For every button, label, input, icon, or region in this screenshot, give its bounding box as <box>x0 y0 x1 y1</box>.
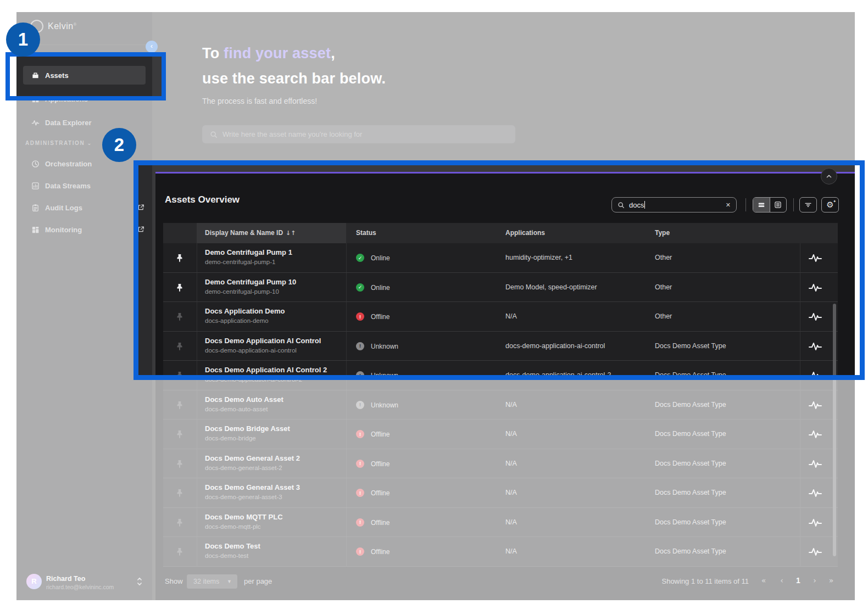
status-icon: ! <box>356 489 364 497</box>
column-divider <box>346 420 347 449</box>
asset-display-name[interactable]: Docs Demo Application AI Control <box>205 337 321 345</box>
pin-icon[interactable] <box>176 254 183 262</box>
column-divider <box>800 273 800 302</box>
table-row[interactable]: Docs Demo Bridge Asset docs-demo-bridge … <box>163 420 838 449</box>
sidebar-item-assets[interactable]: Assets <box>23 66 146 85</box>
filter-button[interactable] <box>799 197 817 213</box>
data-explorer-shortcut-icon[interactable] <box>808 311 822 322</box>
asset-display-name[interactable]: Demo Centrifugal Pump 1 <box>205 248 292 256</box>
data-explorer-shortcut-icon[interactable] <box>808 253 822 264</box>
asset-display-name[interactable]: Docs Demo Test <box>205 542 260 550</box>
chevron-up-down-icon[interactable] <box>136 576 143 587</box>
column-divider <box>800 390 800 420</box>
data-explorer-shortcut-icon[interactable] <box>808 282 822 293</box>
asset-name-id: docs-demo-general-asset-3 <box>205 494 282 500</box>
table-footer: Show 32 items ▼ per page Showing 1 to 11… <box>155 573 855 595</box>
asset-display-name[interactable]: Demo Centrifugal Pump 10 <box>205 278 296 286</box>
sidebar-item-data-streams[interactable]: Data Streams <box>23 176 146 195</box>
external-link-icon <box>137 226 144 233</box>
pin-icon[interactable] <box>176 283 183 292</box>
column-header-name[interactable]: Display Name & Name ID↓↑ <box>205 229 296 237</box>
asset-display-name[interactable]: Docs Demo MQTT PLC <box>205 513 283 521</box>
pin-icon[interactable] <box>176 401 183 410</box>
next-page-button[interactable]: › <box>809 576 821 585</box>
table-row[interactable]: Docs Application Demo docs-application-d… <box>163 302 838 332</box>
sort-icon[interactable]: ↓↑ <box>286 230 296 237</box>
pin-icon[interactable] <box>176 342 183 351</box>
column-divider <box>346 302 347 331</box>
column-divider <box>346 537 347 566</box>
table-row[interactable]: Docs Demo General Asset 2 docs-demo-gene… <box>163 449 838 479</box>
page-size-value: 32 items <box>193 578 219 585</box>
pin-icon[interactable] <box>176 547 183 556</box>
detailed-view-button[interactable] <box>770 198 787 212</box>
data-explorer-shortcut-icon[interactable] <box>808 488 822 499</box>
sidebar-item-monitoring[interactable]: Monitoring <box>23 220 146 239</box>
user-menu[interactable]: R Richard Teo richard.teo@kelvininc.com <box>26 574 144 590</box>
applications-cell: humidity-optimizer, +1 <box>505 254 572 261</box>
sidebar-item-applications[interactable]: Applications <box>23 90 146 108</box>
data-streams-icon <box>31 181 40 190</box>
asset-display-name[interactable]: Docs Demo Bridge Asset <box>205 424 290 433</box>
asset-display-name[interactable]: Docs Demo General Asset 2 <box>205 454 300 462</box>
table-row[interactable]: Docs Demo Auto Asset docs-demo-auto-asse… <box>163 390 838 420</box>
pin-icon[interactable] <box>176 312 183 321</box>
first-page-button[interactable]: « <box>758 576 770 585</box>
sidebar-collapse-button[interactable]: ‹ <box>146 41 158 53</box>
sidebar-item-orchestration[interactable]: Orchestration <box>23 154 146 173</box>
column-divider <box>197 332 197 361</box>
asset-display-name[interactable]: Docs Application Demo <box>205 307 285 315</box>
status-icon: ! <box>356 460 364 468</box>
last-page-button[interactable]: » <box>825 576 837 585</box>
sidebar-item-audit-logs[interactable]: Audit Logs <box>23 198 146 217</box>
search-icon <box>210 131 218 138</box>
asset-name-id: docs-demo-test <box>205 552 248 559</box>
pin-icon[interactable] <box>176 460 183 468</box>
data-explorer-shortcut-icon[interactable] <box>808 429 822 440</box>
data-explorer-shortcut-icon[interactable] <box>808 546 822 557</box>
data-explorer-shortcut-icon[interactable] <box>808 517 822 528</box>
table-settings-button[interactable]: ⚙ ✦ <box>821 197 839 213</box>
panel-collapse-button[interactable] <box>821 168 837 185</box>
table-scrollbar[interactable] <box>833 304 836 556</box>
column-header-status[interactable]: Status <box>356 229 376 237</box>
column-header-applications[interactable]: Applications <box>505 229 545 237</box>
applications-icon <box>31 94 40 103</box>
page-size-select[interactable]: 32 items ▼ <box>187 574 237 589</box>
column-header-type[interactable]: Type <box>655 229 670 237</box>
status-icon: ! <box>356 430 364 438</box>
panel-title: Assets Overview <box>165 194 240 205</box>
data-explorer-shortcut-icon[interactable] <box>808 370 822 381</box>
table-row[interactable]: Demo Centrifugal Pump 10 demo-centrifuga… <box>163 273 838 303</box>
pin-icon[interactable] <box>176 371 183 380</box>
type-cell: Other <box>655 254 672 261</box>
table-row[interactable]: Demo Centrifugal Pump 1 demo-centrifugal… <box>163 243 838 273</box>
data-explorer-shortcut-icon[interactable] <box>808 400 822 411</box>
per-page-label: per page <box>244 577 272 585</box>
table-row[interactable]: Docs Demo MQTT PLC docs-demo-mqtt-plc ! … <box>163 508 838 538</box>
asset-display-name[interactable]: Docs Demo General Asset 3 <box>205 483 300 491</box>
kelvin-logo[interactable]: Kelvin® <box>30 20 77 33</box>
column-divider <box>197 537 197 566</box>
column-divider <box>800 449 800 478</box>
sidebar-item-data-explorer[interactable]: Data Explorer <box>23 113 146 132</box>
table-row[interactable]: Docs Demo Application AI Control docs-de… <box>163 332 838 361</box>
table-row[interactable]: Docs Demo General Asset 3 docs-demo-gene… <box>163 478 838 508</box>
asset-display-name[interactable]: Docs Demo Application AI Control 2 <box>205 366 327 374</box>
external-link-icon <box>137 204 144 211</box>
pin-icon[interactable] <box>176 518 183 527</box>
table-header-row: Display Name & Name ID↓↑ Status Applicat… <box>163 223 838 243</box>
table-search-input[interactable]: docs ✕ <box>611 197 737 213</box>
asset-display-name[interactable]: Docs Demo Auto Asset <box>205 395 283 404</box>
clear-search-icon[interactable]: ✕ <box>726 202 731 209</box>
prev-page-button[interactable]: ‹ <box>776 576 788 585</box>
table-row[interactable]: Docs Demo Application AI Control 2 docs-… <box>163 361 838 390</box>
pin-icon[interactable] <box>176 430 183 439</box>
data-explorer-shortcut-icon[interactable] <box>808 341 822 352</box>
data-explorer-shortcut-icon[interactable] <box>808 459 822 469</box>
table-row[interactable]: Docs Demo Test docs-demo-test ! Offline … <box>163 537 838 567</box>
compact-view-button[interactable] <box>753 198 770 212</box>
asset-search-input[interactable]: Write here the asset name you're looking… <box>202 125 515 143</box>
pin-icon[interactable] <box>176 489 183 497</box>
column-divider <box>800 420 800 449</box>
